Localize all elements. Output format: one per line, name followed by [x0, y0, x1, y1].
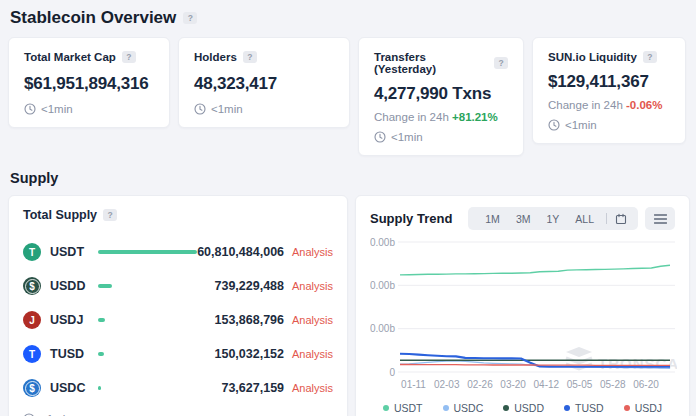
analysis-link[interactable]: Analysis — [292, 246, 333, 258]
stat-card-sunio-liquidity: SUN.io Liquidity ? $129,411,367 Change i… — [532, 37, 686, 144]
change-row: Change in 24h +81.21% — [374, 111, 508, 123]
updated-text: <1min — [211, 103, 243, 115]
updated-text: <1min — [565, 119, 597, 131]
help-icon[interactable]: ? — [122, 51, 136, 63]
svg-text:90.00b: 90.00b — [370, 237, 395, 248]
supply-row-usdc: $ USDC 73,627,159 Analysis — [23, 371, 333, 405]
clock-icon — [374, 131, 386, 143]
hamburger-icon — [654, 214, 667, 224]
chart-menu-button[interactable] — [645, 207, 675, 230]
supply-trend-chart[interactable]: 90.00b40.00b10.00b0TRONSCAN01-1102-0302-… — [370, 234, 675, 400]
supply-row: Total Supply ? T USDT 60,810,484,006 Ana… — [8, 195, 688, 416]
svg-text:02-03: 02-03 — [434, 379, 460, 390]
trend-controls: 1M 3M 1Y ALL — [468, 207, 675, 230]
chart-legend: USDTUSDCUSDDTUSDUSDJ — [370, 402, 675, 414]
coin-supply-value: 60,810,484,006 — [197, 245, 284, 259]
coin-supply-value: 153,868,796 — [215, 313, 285, 327]
range-all-button[interactable]: ALL — [567, 213, 602, 225]
range-divider — [606, 213, 607, 224]
help-icon[interactable]: ? — [103, 209, 117, 221]
supply-row-usdt: T USDT 60,810,484,006 Analysis — [23, 235, 333, 269]
clock-icon — [548, 119, 560, 131]
legend-dot — [443, 405, 449, 411]
legend-label: USDT — [394, 402, 423, 414]
updated-row: <1min — [24, 103, 154, 115]
coin-supply-value: 73,627,159 — [221, 381, 284, 395]
updated-text: <1min — [391, 131, 423, 143]
stat-value: 4,277,990 Txns — [374, 84, 508, 104]
svg-text:06-20: 06-20 — [633, 379, 659, 390]
supply-bar — [98, 318, 105, 322]
range-1y-button[interactable]: 1Y — [538, 213, 567, 225]
legend-label: USDJ — [635, 402, 662, 414]
change-row: Change in 24h -0.06% — [548, 99, 670, 111]
help-icon[interactable]: ? — [643, 51, 657, 63]
range-1m-button[interactable]: 1M — [477, 213, 508, 225]
analysis-link[interactable]: Analysis — [292, 382, 333, 394]
svg-text:05-28: 05-28 — [600, 379, 626, 390]
svg-text:40.00b: 40.00b — [370, 280, 395, 291]
total-supply-card: Total Supply ? T USDT 60,810,484,006 Ana… — [8, 195, 348, 416]
svg-text:10.00b: 10.00b — [370, 323, 395, 334]
calendar-icon[interactable] — [613, 213, 629, 225]
legend-item-usdt[interactable]: USDT — [383, 402, 423, 414]
coin-supply-value: 150,032,152 — [215, 347, 285, 361]
legend-item-usdd[interactable]: USDD — [503, 402, 544, 414]
help-icon[interactable]: ? — [243, 51, 257, 63]
legend-dot — [503, 405, 509, 411]
help-icon[interactable]: ? — [494, 57, 508, 69]
updated-row: <1min — [548, 119, 670, 131]
analysis-link[interactable]: Analysis — [292, 280, 333, 292]
supply-row-usdd: $ USDD 739,229,488 Analysis — [23, 269, 333, 303]
svg-text:05-05: 05-05 — [567, 379, 593, 390]
stats-row: Total Market Cap ? $61,951,894,316 <1min… — [8, 37, 688, 156]
stat-card-holders: Holders ? 48,323,417 <1min — [178, 37, 350, 128]
analysis-link[interactable]: Analysis — [292, 348, 333, 360]
stat-value: $129,411,367 — [548, 72, 670, 92]
change-label: Change in 24h — [374, 111, 449, 123]
stat-title: Transfers (Yesterday) — [374, 51, 488, 75]
change-value: +81.21% — [452, 111, 498, 123]
supply-bar — [98, 250, 197, 254]
legend-item-usdj[interactable]: USDJ — [624, 402, 662, 414]
legend-item-tusd[interactable]: TUSD — [564, 402, 604, 414]
legend-dot — [564, 405, 570, 411]
stat-card-total-market-cap: Total Market Cap ? $61,951,894,316 <1min — [8, 37, 170, 128]
stat-title: SUN.io Liquidity — [548, 51, 637, 63]
legend-dot — [624, 405, 630, 411]
supply-bar — [98, 386, 101, 390]
coin-supply-value: 739,229,488 — [215, 279, 285, 293]
updated-text: <1min — [41, 103, 73, 115]
svg-text:02-26: 02-26 — [467, 379, 493, 390]
usdd-icon: $ — [23, 277, 41, 295]
legend-label: USDD — [514, 402, 544, 414]
legend-dot — [383, 405, 389, 411]
legend-item-usdc[interactable]: USDC — [443, 402, 484, 414]
stablecoin-overview-page: Stablecoin Overview ? Total Market Cap ?… — [0, 0, 696, 416]
updated-row: <1min — [194, 103, 334, 115]
stat-value: $61,951,894,316 — [24, 74, 154, 94]
stat-value: 48,323,417 — [194, 74, 334, 94]
supply-trend-card: Supply Trend 1M 3M 1Y ALL — [355, 195, 690, 416]
svg-text:03-20: 03-20 — [500, 379, 526, 390]
svg-text:01-11: 01-11 — [401, 379, 426, 390]
coin-symbol: USDC — [50, 381, 92, 395]
supply-section-title: Supply — [10, 170, 688, 186]
tusd-icon: T — [23, 345, 41, 363]
usdc-icon: $ — [23, 379, 41, 397]
page-header: Stablecoin Overview ? — [10, 8, 688, 28]
supply-bar — [98, 352, 104, 356]
svg-text:0: 0 — [389, 367, 395, 378]
supply-row-tusd: T TUSD 150,032,152 Analysis — [23, 337, 333, 371]
analysis-link[interactable]: Analysis — [292, 314, 333, 326]
clock-icon — [194, 103, 206, 115]
legend-label: TUSD — [575, 402, 604, 414]
page-help-icon[interactable]: ? — [183, 12, 197, 24]
stat-title: Total Market Cap — [24, 51, 116, 63]
supply-trend-title: Supply Trend — [370, 211, 452, 226]
usdj-icon: J — [23, 311, 41, 329]
clock-icon — [24, 103, 36, 115]
svg-text:TRONSCAN: TRONSCAN — [598, 355, 677, 372]
range-3m-button[interactable]: 3M — [508, 213, 539, 225]
legend-label: USDC — [454, 402, 484, 414]
